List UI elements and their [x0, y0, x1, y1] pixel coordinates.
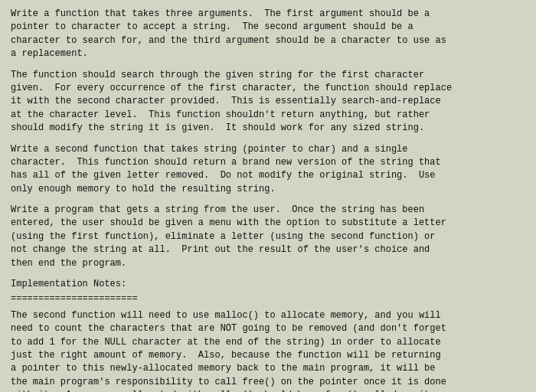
- paragraph-4: Write a program that gets a string from …: [11, 204, 525, 270]
- page-container: Write a function that takes three argume…: [0, 0, 536, 392]
- paragraph-1: Write a function that takes three argume…: [11, 8, 525, 61]
- paragraph-5: The second function will need to use mal…: [11, 309, 525, 392]
- divider: =======================: [11, 292, 525, 305]
- paragraph-2: The function should search through the g…: [11, 69, 525, 136]
- implementation-notes-header: Implementation Notes:: [11, 278, 525, 291]
- paragraph-3: Write a second function that takes strin…: [11, 143, 525, 197]
